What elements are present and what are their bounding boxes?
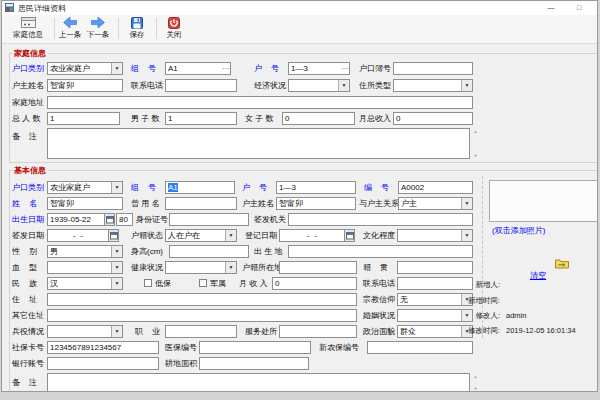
basic-land-input[interactable] [199,357,309,370]
basic-group-no-label: 组 号 [131,183,156,193]
basic-height-label: 身高(cm) [131,247,163,257]
family-hukou-type-select[interactable]: 农业家庭户▼ [47,62,123,75]
chevron-down-icon: ▼ [461,230,472,241]
basic-name-label: 姓 名 [12,199,37,209]
modified-by-value: admin [506,311,526,320]
basic-bank-no-input[interactable] [47,357,159,370]
ellipsis-button[interactable]: … [222,62,229,72]
basic-birth-date-input[interactable]: 1939-05-22 [47,213,105,226]
save-button[interactable]: 保存 [123,17,151,41]
family-booklet-no-label: 户口簿号 [359,64,391,74]
family-residence-type-select[interactable]: ▼ [393,79,473,92]
close-form-button[interactable]: 关闭 [160,17,188,41]
resident-details-window: 居民详细资料 — □ ✕ 家庭信息 上一条 下一条 保存 关闭 家庭信息 [1,0,598,392]
basic-group-no-input[interactable]: A1 [165,181,235,194]
basic-address-input[interactable] [47,293,357,306]
basic-occupation-input[interactable] [165,325,237,338]
previous-record-button[interactable]: 上一条 [57,17,83,41]
basic-native-place-input[interactable] [397,261,473,274]
basic-blood-select[interactable]: ▼ [47,261,123,274]
basic-reg-date-input[interactable]: - - [279,229,345,242]
arrow-left-icon [57,17,83,29]
modified-time-label: 修改时间: [454,326,500,336]
family-economic-select[interactable]: ▼ [288,79,350,92]
folder-open-icon[interactable] [555,255,569,273]
close-button[interactable]: ✕ [594,1,598,14]
photo-placeholder[interactable] [489,180,598,222]
basic-remark-scrollbar[interactable]: ▲▼ [471,374,480,391]
junshu-checkbox[interactable] [199,279,207,287]
family-month-income-input[interactable]: 0 [393,112,473,125]
family-economic-label: 经济状况 [254,81,286,91]
basic-new-rural-input[interactable] [367,341,473,354]
minimize-button[interactable]: — [540,1,562,14]
calendar-icon[interactable] [108,229,119,242]
basic-hukou-type-select[interactable]: 农业家庭户▼ [47,181,123,194]
basic-remark-textarea[interactable] [47,373,470,392]
basic-health-label: 健康状况 [131,263,163,273]
scroll-down-icon[interactable]: ▼ [474,386,478,391]
basic-other-address-input[interactable] [47,309,357,322]
basic-military-select[interactable]: ▼ [47,325,123,338]
basic-code-input[interactable]: A0002 [398,181,473,194]
basic-medical-no-label: 医保编号 [165,343,197,353]
basic-ethnicity-label: 民 族 [12,279,37,289]
basic-remark-label: 备 注 [12,378,37,388]
scroll-up-icon[interactable]: ▲ [474,129,478,134]
basic-ethnicity-select[interactable]: 汉▼ [47,277,123,290]
family-head-name-input[interactable]: 智甯卯 [47,79,123,92]
calendar-icon[interactable] [344,229,355,242]
family-house-no-input[interactable]: 1—3… [288,62,350,75]
dibao-checkbox[interactable] [144,279,152,287]
family-group-no-input[interactable]: A1… [165,62,231,75]
scroll-down-icon[interactable]: ▼ [474,153,478,158]
chevron-down-icon: ▼ [111,262,122,273]
chevron-down-icon: ▼ [461,80,472,91]
basic-hukou-place-input[interactable] [279,261,357,274]
basic-height-input[interactable] [169,245,249,258]
basic-gender-select[interactable]: 男▼ [47,245,123,258]
basic-ssc-no-input[interactable]: 1234567891234567 [47,341,159,354]
family-info-button[interactable]: 家庭信息 [6,17,50,41]
scroll-up-icon[interactable]: ▲ [474,374,478,379]
clear-photo-link[interactable]: 清空 [530,270,546,281]
family-booklet-no-input[interactable] [393,62,473,75]
basic-phone-label: 联系电话 [363,279,395,289]
ellipsis-button[interactable]: … [341,62,348,72]
basic-workplace-input[interactable] [279,325,357,338]
basic-former-name-input[interactable] [165,197,237,210]
basic-age-input[interactable]: 80 [116,213,133,226]
next-record-button[interactable]: 下一条 [85,17,111,41]
family-address-input[interactable] [47,96,473,109]
basic-health-select[interactable]: ▼ [165,261,237,274]
family-info-button-label: 家庭信息 [13,30,43,39]
modified-time-value: 2019-12-05 16:01:34 [506,326,576,335]
basic-name-input[interactable]: 智甯卯 [47,197,123,210]
basic-head-name-input[interactable]: 智甯卯 [276,197,356,210]
family-total-input[interactable]: 1 [47,112,120,125]
added-by-label: 新增人: [454,280,500,290]
basic-birth-place-input[interactable] [288,245,473,258]
basic-education-select[interactable]: ▼ [397,229,473,242]
basic-relation-select[interactable]: 户主▼ [398,197,473,210]
basic-id-no-input[interactable] [169,213,249,226]
basic-issue-org-label: 签发机关 [254,215,286,225]
maximize-button[interactable]: □ [568,1,590,14]
family-remark-textarea[interactable] [47,128,470,159]
basic-house-no-input[interactable]: 1—3 [276,181,356,194]
form-icon [6,17,50,29]
family-phone-input[interactable] [165,79,237,92]
basic-medical-no-input[interactable] [199,341,311,354]
power-close-icon [160,17,188,29]
calendar-icon[interactable] [104,213,115,226]
basic-issue-org-input[interactable] [288,213,473,226]
chevron-down-icon: ▼ [111,246,122,257]
family-males-input[interactable]: 1 [165,112,237,125]
basic-hukou-status-select[interactable]: 人在户在▼ [165,229,237,242]
family-females-input[interactable]: 0 [282,112,355,125]
basic-issue-date-input[interactable]: - - [47,229,109,242]
family-remark-scrollbar[interactable]: ▲▼ [471,129,480,158]
basic-hukou-type-label: 户口类别 [12,183,44,193]
family-remark-label: 备 注 [12,132,37,142]
basic-income-input[interactable]: 0 [272,277,357,290]
